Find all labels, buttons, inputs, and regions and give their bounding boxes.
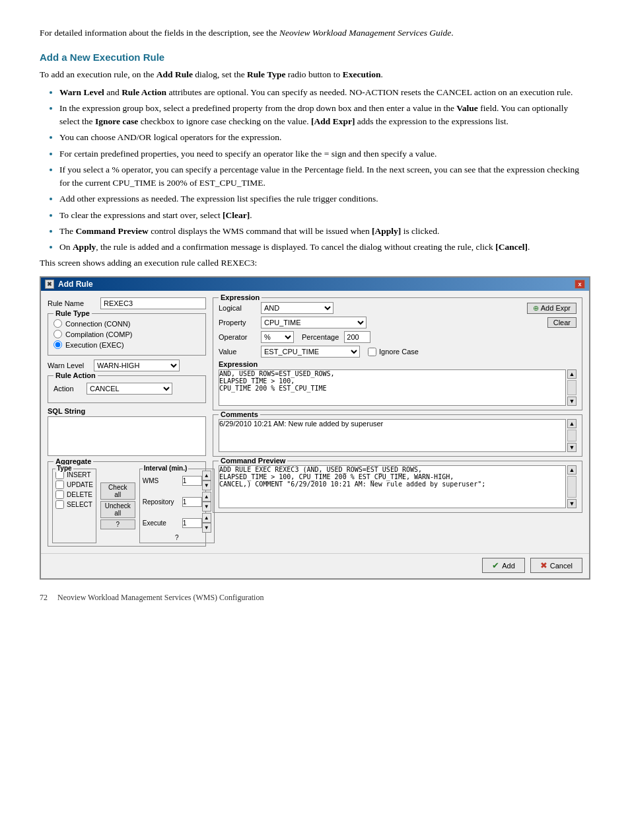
repo-spin-down[interactable]: ▼ bbox=[202, 502, 211, 512]
expr-scroll-up[interactable]: ▲ bbox=[567, 369, 577, 379]
logical-select[interactable]: AND OR bbox=[261, 302, 333, 314]
sql-string-section: SQL String bbox=[48, 407, 206, 457]
wms-spin-down[interactable]: ▼ bbox=[202, 480, 211, 490]
action-row: Action CANCEL bbox=[53, 383, 200, 395]
footer-text: Neoview Workload Management Services (WM… bbox=[57, 593, 263, 602]
wms-spin-buttons: ▲ ▼ bbox=[202, 471, 211, 490]
dialog-right-panel: Expression Logical AND OR ⊕ Add Expr bbox=[213, 297, 582, 547]
bullet-1: Warn Level and Rule Action attributes ar… bbox=[59, 86, 590, 99]
ignore-case-row: Ignore Case bbox=[368, 348, 419, 356]
agg-buttons: Check all Uncheck all ? bbox=[100, 469, 135, 543]
ignore-case-checkbox[interactable] bbox=[368, 348, 376, 356]
select-checkbox[interactable] bbox=[55, 500, 64, 509]
body-mid1: dialog, set the bbox=[193, 69, 247, 79]
cmd-scroll-up[interactable]: ▲ bbox=[567, 465, 577, 475]
rule-name-input[interactable] bbox=[100, 297, 206, 309]
warn-level-row: Warn Level WARN-HIGH bbox=[48, 360, 206, 371]
repo-spin-buttons: ▲ ▼ bbox=[202, 492, 211, 512]
bullet-6: Add other expressions as needed. The exp… bbox=[59, 192, 590, 206]
dialog-icon: ✖ bbox=[45, 280, 54, 289]
cmd-preview-scroll: ▲ ▼ bbox=[567, 465, 577, 508]
expression-content-label: Expression bbox=[219, 360, 577, 368]
clear-button[interactable]: Clear bbox=[547, 317, 577, 328]
bullet-8: The Command Preview control displays the… bbox=[59, 225, 590, 238]
radio-execution-label: Execution (EXEC) bbox=[65, 341, 124, 349]
sql-string-input[interactable] bbox=[48, 416, 206, 456]
add-button[interactable]: ✔ Add bbox=[482, 558, 525, 573]
rule-action-group: Rule Action Action CANCEL bbox=[48, 375, 206, 403]
value-label: Value bbox=[219, 348, 258, 356]
radio-compilation-label: Compilation (COMP) bbox=[65, 330, 132, 338]
dialog-footer: ✔ Add ✖ Cancel bbox=[41, 553, 589, 578]
bullet-4: For certain predefined properties, you n… bbox=[59, 147, 590, 161]
expression-textarea[interactable]: AND, USED_ROWS=EST_USED_ROWS, ELAPSED_TI… bbox=[219, 369, 566, 406]
section-heading: Add a New Execution Rule bbox=[40, 52, 590, 63]
cmd-scroll-track bbox=[567, 476, 577, 498]
wms-spin-up[interactable]: ▲ bbox=[202, 471, 211, 480]
property-select[interactable]: CPU_TIME bbox=[261, 317, 367, 328]
rule-name-label: Rule Name bbox=[48, 299, 100, 307]
agg-interval-box: Interval (min.) WMS ▲ ▼ Repository bbox=[139, 469, 215, 543]
interval-question: ? bbox=[143, 534, 211, 541]
comments-textarea[interactable]: 6/29/2010 10:21 AM: New rule added by su… bbox=[219, 419, 566, 452]
comments-scroll-down[interactable]: ▼ bbox=[567, 443, 577, 452]
value-select[interactable]: EST_CPU_TIME bbox=[261, 346, 360, 358]
body-mid2: radio button to bbox=[285, 69, 342, 79]
delete-checkbox[interactable] bbox=[55, 490, 64, 499]
body-bold2: Rule Type bbox=[247, 69, 285, 79]
check-all-button[interactable]: Check all bbox=[100, 482, 135, 500]
dialog-title: Add Rule bbox=[58, 280, 93, 289]
radio-compilation[interactable] bbox=[53, 330, 62, 338]
question-button[interactable]: ? bbox=[100, 519, 135, 529]
dialog-body: Rule Name Rule Type Connection (CONN) Co… bbox=[41, 291, 589, 553]
operator-select[interactable]: % bbox=[261, 331, 294, 343]
delete-label: DELETE bbox=[67, 491, 92, 498]
action-select[interactable]: CANCEL bbox=[87, 383, 172, 395]
radio-execution-row: Execution (EXEC) bbox=[53, 340, 200, 349]
repo-spin-up[interactable]: ▲ bbox=[202, 492, 211, 502]
cancel-icon: ✖ bbox=[540, 560, 547, 570]
operator-label: Operator bbox=[219, 333, 258, 341]
exec-spin-up[interactable]: ▲ bbox=[202, 513, 211, 523]
percentage-row: Percentage bbox=[302, 331, 370, 343]
agg-type-label: Type bbox=[55, 465, 73, 472]
cmd-scroll-down[interactable]: ▼ bbox=[567, 499, 577, 508]
repository-label: Repository bbox=[143, 498, 182, 506]
expr-scroll-down[interactable]: ▼ bbox=[567, 397, 577, 406]
page-footer: 72 Neoview Workload Management Services … bbox=[40, 593, 590, 603]
rule-type-group: Rule Type Connection (CONN) Compilation … bbox=[48, 313, 206, 356]
sql-string-label: SQL String bbox=[48, 407, 206, 415]
uncheck-all-button[interactable]: Uncheck all bbox=[100, 501, 135, 518]
exec-spin-down[interactable]: ▼ bbox=[202, 523, 211, 533]
aggregate-group: Aggregate Type INSERT UPDATE DELETE SELE… bbox=[48, 461, 206, 547]
warn-level-select[interactable]: WARN-HIGH bbox=[94, 360, 180, 371]
repository-spin-input[interactable] bbox=[182, 497, 202, 507]
wms-label: WMS bbox=[143, 477, 182, 484]
radio-connection[interactable] bbox=[53, 319, 62, 328]
command-preview-textarea[interactable]: ADD RULE EXEC REXEC3 (AND, USED_ROWS=EST… bbox=[219, 465, 566, 508]
bullet-list: Warn Level and Rule Action attributes ar… bbox=[59, 86, 590, 254]
dialog-caption: This screen shows adding an execution ru… bbox=[40, 258, 590, 268]
select-label: SELECT bbox=[67, 501, 92, 508]
expression-scroll: ▲ ▼ bbox=[567, 369, 577, 406]
command-preview-group: Command Preview ADD RULE EXEC REXEC3 (AN… bbox=[213, 461, 582, 513]
update-checkbox[interactable] bbox=[55, 480, 64, 489]
execute-spin-input[interactable] bbox=[182, 518, 202, 528]
percentage-input[interactable] bbox=[344, 331, 370, 343]
dialog-left-panel: Rule Name Rule Type Connection (CONN) Co… bbox=[48, 297, 206, 547]
logical-label: Logical bbox=[219, 304, 258, 312]
wms-spin-input[interactable] bbox=[182, 476, 202, 486]
expression-textarea-row: AND, USED_ROWS=EST_USED_ROWS, ELAPSED_TI… bbox=[219, 369, 577, 406]
add-icon: ✔ bbox=[492, 560, 499, 570]
execute-label: Execute bbox=[143, 519, 182, 527]
dialog-close-button[interactable]: x bbox=[575, 280, 585, 289]
body-bold1: Add Rule bbox=[157, 69, 193, 79]
cancel-button[interactable]: ✖ Cancel bbox=[530, 558, 582, 573]
add-expr-button[interactable]: ⊕ Add Expr bbox=[527, 303, 577, 314]
intro-paragraph: For detailed information about the field… bbox=[40, 26, 590, 40]
comments-scroll: ▲ ▼ bbox=[567, 419, 577, 452]
bullet-7: To clear the expressions and start over,… bbox=[59, 209, 590, 222]
comments-scroll-up[interactable]: ▲ bbox=[567, 419, 577, 428]
intro-text: For detailed information about the field… bbox=[40, 28, 279, 38]
radio-execution[interactable] bbox=[53, 340, 62, 349]
